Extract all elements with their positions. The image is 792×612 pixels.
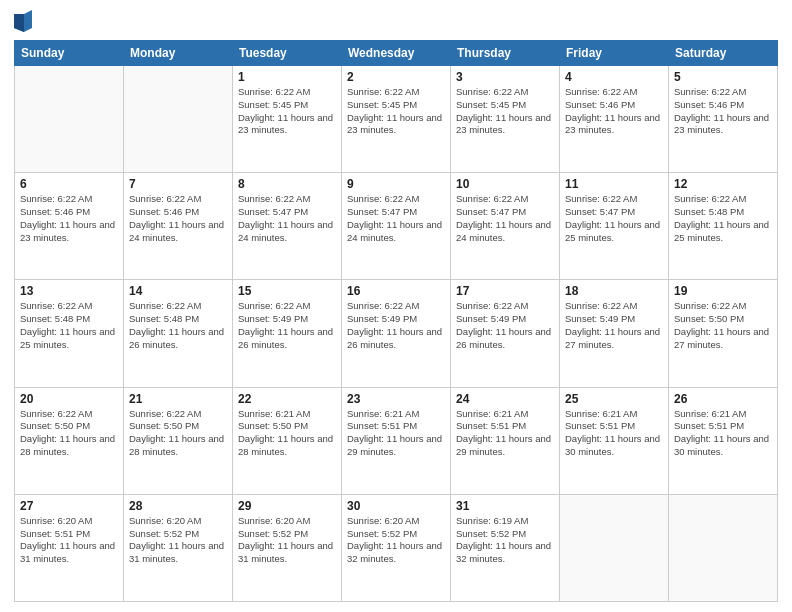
logo-icon (14, 10, 32, 32)
day-info: Sunrise: 6:22 AM Sunset: 5:49 PM Dayligh… (347, 300, 445, 351)
day-cell: 6Sunrise: 6:22 AM Sunset: 5:46 PM Daylig… (15, 173, 124, 280)
day-cell: 27Sunrise: 6:20 AM Sunset: 5:51 PM Dayli… (15, 494, 124, 601)
day-number: 18 (565, 284, 663, 298)
day-number: 13 (20, 284, 118, 298)
day-cell: 20Sunrise: 6:22 AM Sunset: 5:50 PM Dayli… (15, 387, 124, 494)
day-info: Sunrise: 6:22 AM Sunset: 5:47 PM Dayligh… (347, 193, 445, 244)
day-number: 21 (129, 392, 227, 406)
day-cell: 23Sunrise: 6:21 AM Sunset: 5:51 PM Dayli… (342, 387, 451, 494)
day-cell: 1Sunrise: 6:22 AM Sunset: 5:45 PM Daylig… (233, 66, 342, 173)
day-info: Sunrise: 6:21 AM Sunset: 5:51 PM Dayligh… (565, 408, 663, 459)
day-number: 30 (347, 499, 445, 513)
header-day-saturday: Saturday (669, 41, 778, 66)
day-cell: 25Sunrise: 6:21 AM Sunset: 5:51 PM Dayli… (560, 387, 669, 494)
day-number: 10 (456, 177, 554, 191)
day-number: 14 (129, 284, 227, 298)
day-cell: 31Sunrise: 6:19 AM Sunset: 5:52 PM Dayli… (451, 494, 560, 601)
day-cell: 14Sunrise: 6:22 AM Sunset: 5:48 PM Dayli… (124, 280, 233, 387)
week-row-5: 27Sunrise: 6:20 AM Sunset: 5:51 PM Dayli… (15, 494, 778, 601)
day-number: 11 (565, 177, 663, 191)
day-cell: 21Sunrise: 6:22 AM Sunset: 5:50 PM Dayli… (124, 387, 233, 494)
day-cell: 29Sunrise: 6:20 AM Sunset: 5:52 PM Dayli… (233, 494, 342, 601)
day-info: Sunrise: 6:20 AM Sunset: 5:51 PM Dayligh… (20, 515, 118, 566)
day-info: Sunrise: 6:22 AM Sunset: 5:50 PM Dayligh… (674, 300, 772, 351)
day-number: 15 (238, 284, 336, 298)
day-cell: 9Sunrise: 6:22 AM Sunset: 5:47 PM Daylig… (342, 173, 451, 280)
week-row-3: 13Sunrise: 6:22 AM Sunset: 5:48 PM Dayli… (15, 280, 778, 387)
calendar-header: SundayMondayTuesdayWednesdayThursdayFrid… (15, 41, 778, 66)
day-cell: 4Sunrise: 6:22 AM Sunset: 5:46 PM Daylig… (560, 66, 669, 173)
week-row-1: 1Sunrise: 6:22 AM Sunset: 5:45 PM Daylig… (15, 66, 778, 173)
day-cell: 7Sunrise: 6:22 AM Sunset: 5:46 PM Daylig… (124, 173, 233, 280)
day-cell: 17Sunrise: 6:22 AM Sunset: 5:49 PM Dayli… (451, 280, 560, 387)
day-number: 23 (347, 392, 445, 406)
day-info: Sunrise: 6:22 AM Sunset: 5:48 PM Dayligh… (20, 300, 118, 351)
header-day-wednesday: Wednesday (342, 41, 451, 66)
day-cell: 15Sunrise: 6:22 AM Sunset: 5:49 PM Dayli… (233, 280, 342, 387)
day-info: Sunrise: 6:21 AM Sunset: 5:50 PM Dayligh… (238, 408, 336, 459)
day-info: Sunrise: 6:21 AM Sunset: 5:51 PM Dayligh… (347, 408, 445, 459)
day-number: 27 (20, 499, 118, 513)
day-cell: 26Sunrise: 6:21 AM Sunset: 5:51 PM Dayli… (669, 387, 778, 494)
header (14, 10, 778, 32)
page: SundayMondayTuesdayWednesdayThursdayFrid… (0, 0, 792, 612)
day-info: Sunrise: 6:22 AM Sunset: 5:48 PM Dayligh… (129, 300, 227, 351)
day-cell: 30Sunrise: 6:20 AM Sunset: 5:52 PM Dayli… (342, 494, 451, 601)
day-info: Sunrise: 6:22 AM Sunset: 5:47 PM Dayligh… (456, 193, 554, 244)
day-info: Sunrise: 6:22 AM Sunset: 5:46 PM Dayligh… (129, 193, 227, 244)
day-cell: 16Sunrise: 6:22 AM Sunset: 5:49 PM Dayli… (342, 280, 451, 387)
day-number: 24 (456, 392, 554, 406)
day-info: Sunrise: 6:22 AM Sunset: 5:45 PM Dayligh… (347, 86, 445, 137)
day-cell: 8Sunrise: 6:22 AM Sunset: 5:47 PM Daylig… (233, 173, 342, 280)
day-number: 2 (347, 70, 445, 84)
day-info: Sunrise: 6:22 AM Sunset: 5:49 PM Dayligh… (565, 300, 663, 351)
logo (14, 10, 35, 32)
day-cell: 11Sunrise: 6:22 AM Sunset: 5:47 PM Dayli… (560, 173, 669, 280)
header-row: SundayMondayTuesdayWednesdayThursdayFrid… (15, 41, 778, 66)
day-cell (560, 494, 669, 601)
day-number: 29 (238, 499, 336, 513)
day-info: Sunrise: 6:20 AM Sunset: 5:52 PM Dayligh… (129, 515, 227, 566)
day-number: 4 (565, 70, 663, 84)
day-cell: 28Sunrise: 6:20 AM Sunset: 5:52 PM Dayli… (124, 494, 233, 601)
header-day-monday: Monday (124, 41, 233, 66)
day-cell: 19Sunrise: 6:22 AM Sunset: 5:50 PM Dayli… (669, 280, 778, 387)
day-info: Sunrise: 6:22 AM Sunset: 5:46 PM Dayligh… (20, 193, 118, 244)
calendar-body: 1Sunrise: 6:22 AM Sunset: 5:45 PM Daylig… (15, 66, 778, 602)
day-number: 16 (347, 284, 445, 298)
day-number: 28 (129, 499, 227, 513)
day-number: 8 (238, 177, 336, 191)
day-info: Sunrise: 6:22 AM Sunset: 5:46 PM Dayligh… (565, 86, 663, 137)
day-number: 9 (347, 177, 445, 191)
day-number: 5 (674, 70, 772, 84)
calendar-table: SundayMondayTuesdayWednesdayThursdayFrid… (14, 40, 778, 602)
day-cell (669, 494, 778, 601)
day-cell: 24Sunrise: 6:21 AM Sunset: 5:51 PM Dayli… (451, 387, 560, 494)
day-number: 20 (20, 392, 118, 406)
day-info: Sunrise: 6:20 AM Sunset: 5:52 PM Dayligh… (347, 515, 445, 566)
header-day-thursday: Thursday (451, 41, 560, 66)
day-cell: 5Sunrise: 6:22 AM Sunset: 5:46 PM Daylig… (669, 66, 778, 173)
day-number: 12 (674, 177, 772, 191)
day-number: 31 (456, 499, 554, 513)
day-cell (124, 66, 233, 173)
day-info: Sunrise: 6:22 AM Sunset: 5:47 PM Dayligh… (238, 193, 336, 244)
day-info: Sunrise: 6:22 AM Sunset: 5:50 PM Dayligh… (129, 408, 227, 459)
day-number: 7 (129, 177, 227, 191)
day-info: Sunrise: 6:22 AM Sunset: 5:48 PM Dayligh… (674, 193, 772, 244)
day-cell: 3Sunrise: 6:22 AM Sunset: 5:45 PM Daylig… (451, 66, 560, 173)
day-info: Sunrise: 6:22 AM Sunset: 5:47 PM Dayligh… (565, 193, 663, 244)
day-cell: 10Sunrise: 6:22 AM Sunset: 5:47 PM Dayli… (451, 173, 560, 280)
day-info: Sunrise: 6:22 AM Sunset: 5:49 PM Dayligh… (456, 300, 554, 351)
day-cell: 22Sunrise: 6:21 AM Sunset: 5:50 PM Dayli… (233, 387, 342, 494)
day-number: 6 (20, 177, 118, 191)
day-info: Sunrise: 6:20 AM Sunset: 5:52 PM Dayligh… (238, 515, 336, 566)
week-row-2: 6Sunrise: 6:22 AM Sunset: 5:46 PM Daylig… (15, 173, 778, 280)
week-row-4: 20Sunrise: 6:22 AM Sunset: 5:50 PM Dayli… (15, 387, 778, 494)
day-info: Sunrise: 6:22 AM Sunset: 5:45 PM Dayligh… (456, 86, 554, 137)
day-number: 1 (238, 70, 336, 84)
header-day-sunday: Sunday (15, 41, 124, 66)
day-number: 19 (674, 284, 772, 298)
day-cell: 12Sunrise: 6:22 AM Sunset: 5:48 PM Dayli… (669, 173, 778, 280)
day-info: Sunrise: 6:22 AM Sunset: 5:46 PM Dayligh… (674, 86, 772, 137)
